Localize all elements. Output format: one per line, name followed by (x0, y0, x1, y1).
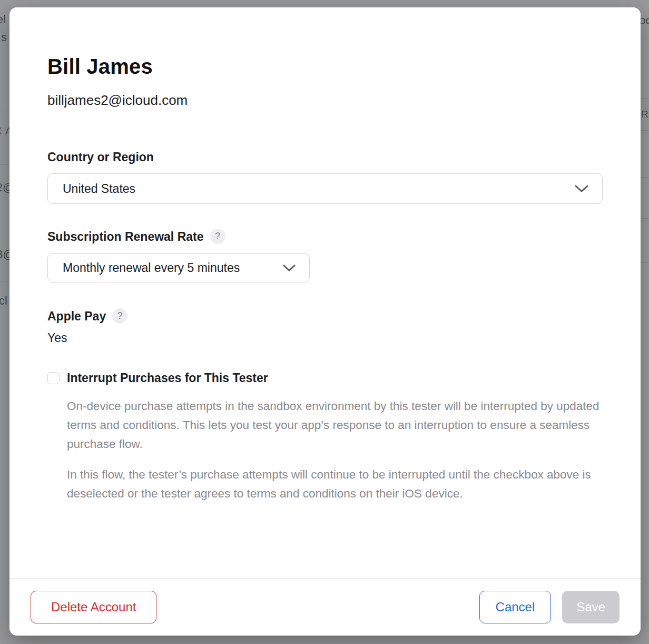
interrupt-purchases-row: Interrupt Purchases for This Tester (47, 371, 603, 385)
background-table-divider (0, 164, 9, 165)
interrupt-description-1: On-device purchase attempts in the sandb… (67, 397, 603, 454)
save-button[interactable]: Save (562, 591, 620, 623)
background-text-fragment: cl (0, 294, 7, 308)
background-text-fragment: el (0, 13, 6, 26)
background-table-divider (641, 130, 649, 131)
background-page-left-sliver: el s X A 2@ 3@ cl (0, 0, 9, 644)
renewal-rate-select[interactable]: Monthly renewal every 5 minutes (47, 253, 310, 282)
country-region-label: Country or Region (47, 150, 603, 164)
interrupt-purchases-label[interactable]: Interrupt Purchases for This Tester (67, 371, 268, 385)
apple-pay-value: Yes (47, 329, 603, 346)
tester-email: billjames2@icloud.com (47, 92, 603, 109)
apple-pay-label: Apple Pay (47, 309, 106, 324)
background-table-divider (0, 281, 9, 281)
background-text-fragment: R (641, 109, 649, 120)
help-icon[interactable]: ? (210, 229, 225, 244)
background-table-divider (641, 98, 649, 99)
background-table-divider (641, 218, 649, 219)
background-table-divider (641, 262, 649, 263)
footer-right-buttons: Cancel Save (479, 591, 620, 623)
modal-footer: Delete Account Cancel Save (9, 578, 641, 636)
help-icon[interactable]: ? (112, 308, 127, 324)
renewal-rate-value: Monthly renewal every 5 minutes (63, 261, 240, 275)
delete-account-button[interactable]: Delete Account (31, 591, 156, 623)
background-page-right-sliver: oc R (641, 0, 649, 644)
background-text-fragment: X A (0, 125, 9, 137)
background-table-divider (0, 111, 9, 111)
chevron-down-icon (283, 264, 296, 272)
chevron-down-icon (575, 184, 588, 193)
background-text-fragment: 3@ (0, 248, 9, 261)
interrupt-purchases-checkbox[interactable] (47, 372, 60, 384)
interrupt-description-2: In this flow, the tester’s purchase atte… (67, 465, 603, 503)
cancel-button[interactable]: Cancel (479, 591, 552, 623)
renewal-rate-label-row: Subscription Renewal Rate ? (47, 229, 603, 244)
background-table-divider (641, 177, 649, 178)
country-region-value: United States (63, 182, 135, 196)
modal-body: Bill James billjames2@icloud.com Country… (9, 7, 641, 578)
background-text-fragment: oc (641, 14, 649, 27)
background-text-fragment: s (1, 31, 7, 44)
country-region-select[interactable]: United States (47, 173, 603, 204)
tester-name-title: Bill James (47, 54, 603, 79)
renewal-rate-label: Subscription Renewal Rate (47, 229, 204, 244)
background-text-fragment: 2@ (0, 181, 9, 194)
apple-pay-label-row: Apple Pay ? (47, 308, 603, 324)
edit-sandbox-tester-modal: Bill James billjames2@icloud.com Country… (9, 7, 641, 636)
